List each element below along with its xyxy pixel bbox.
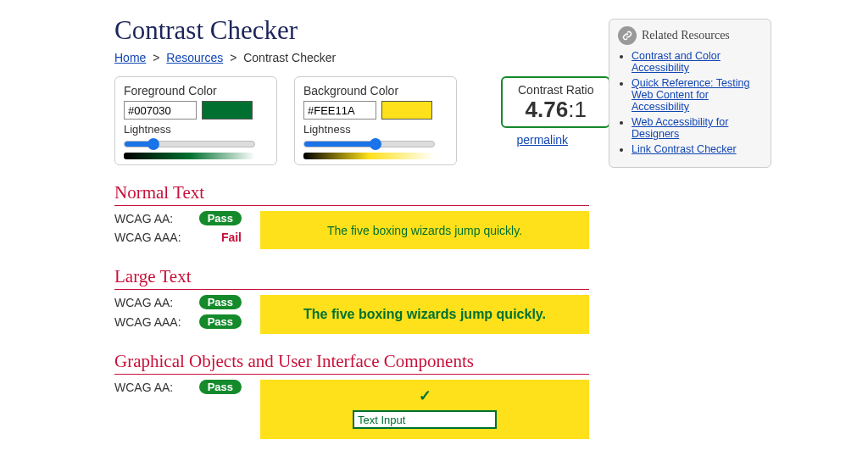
gui-aa-label: WCAG AA:: [114, 381, 173, 394]
large-aa-result: Pass: [199, 295, 242, 309]
permalink-link[interactable]: permalink: [516, 133, 568, 147]
foreground-panel: Foreground Color Lightness: [114, 76, 277, 165]
checkmark-icon: ✓: [269, 386, 581, 405]
normal-aa-label: WCAG AA:: [114, 212, 173, 225]
related-link-3[interactable]: Link Contrast Checker: [632, 143, 737, 155]
foreground-swatch[interactable]: [202, 101, 253, 120]
large-text-heading: Large Text: [114, 266, 589, 290]
related-resources-panel: Related Resources Contrast and Color Acc…: [609, 19, 771, 168]
related-link-0[interactable]: Contrast and Color Accessibility: [632, 50, 721, 74]
normal-aa-result: Pass: [199, 211, 242, 225]
background-hue-bar[interactable]: [303, 153, 435, 159]
large-aa-label: WCAG AA:: [114, 296, 173, 309]
related-link-2[interactable]: Web Accessibility for Designers: [632, 116, 728, 140]
breadcrumb-current: Contrast Checker: [243, 51, 336, 64]
ratio-value: 4.76:1: [518, 97, 593, 123]
foreground-hue-bar[interactable]: [124, 153, 255, 159]
background-swatch[interactable]: [381, 101, 432, 120]
foreground-lightness-label: Lightness: [124, 123, 268, 136]
gui-aa-result: Pass: [199, 380, 242, 394]
related-heading: Related Resources: [642, 29, 730, 42]
list-item: Link Contrast Checker: [632, 143, 764, 155]
background-title: Background Color: [303, 84, 448, 97]
ratio-label: Contrast Ratio: [518, 83, 593, 97]
background-hex-input[interactable]: [303, 101, 376, 120]
list-item: Web Accessibility for Designers: [632, 116, 764, 140]
normal-aaa-label: WCAG AAA:: [114, 231, 181, 244]
list-item: Quick Reference: Testing Web Content for…: [632, 77, 764, 113]
background-panel: Background Color Lightness: [294, 76, 457, 165]
link-icon: [618, 26, 637, 45]
related-link-1[interactable]: Quick Reference: Testing Web Content for…: [632, 77, 749, 113]
foreground-lightness-slider[interactable]: [124, 141, 255, 147]
normal-aaa-result: Fail: [221, 231, 242, 244]
large-sample: The five boxing wizards jump quickly.: [260, 295, 589, 334]
large-aaa-label: WCAG AAA:: [114, 315, 181, 329]
gui-heading: Graphical Objects and User Interface Com…: [114, 351, 589, 375]
normal-sample: The five boxing wizards jump quickly.: [260, 211, 589, 249]
foreground-hex-input[interactable]: [124, 101, 197, 120]
large-aaa-result: Pass: [199, 314, 242, 329]
list-item: Contrast and Color Accessibility: [632, 50, 764, 74]
sample-text-input[interactable]: [353, 410, 497, 429]
normal-text-heading: Normal Text: [114, 182, 589, 206]
background-lightness-slider[interactable]: [303, 141, 435, 147]
breadcrumb-resources[interactable]: Resources: [166, 51, 223, 64]
contrast-ratio-block: Contrast Ratio 4.76:1 permalink: [474, 76, 610, 147]
foreground-title: Foreground Color: [124, 84, 268, 97]
gui-sample: ✓: [260, 380, 589, 439]
background-lightness-label: Lightness: [303, 123, 448, 136]
breadcrumb-home[interactable]: Home: [114, 51, 146, 64]
